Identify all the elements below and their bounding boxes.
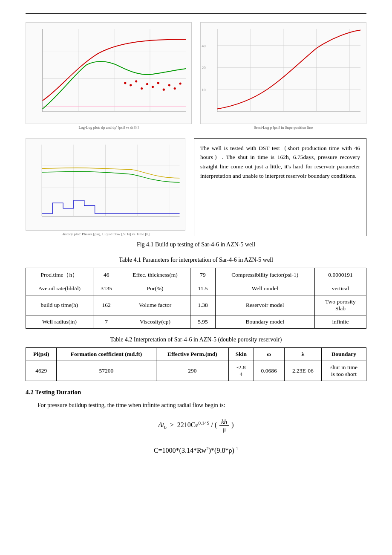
cell: 79 [190,268,215,282]
bottom-figures-row: History plot: Phases [psi], Liquid flow … [26,138,366,236]
cell: Well model [215,282,314,295]
fraction-numerator: kh [219,418,229,426]
formula-fraction: kh μ [219,418,229,433]
cell: Compressibility factor(psi-1) [215,268,314,282]
table-4-2-caption: Table 4.2 Interpretation of Sar-4-6 in A… [26,336,366,343]
svg-point-14 [152,86,154,88]
table-row: build up time(h) 162 Volume factor 1.38 … [26,295,366,315]
cell: Reservoir model [215,295,314,315]
svg-text:10: 10 [202,88,206,92]
cell: Viscosity(cp) [120,315,190,329]
col-header-lambda: λ [284,348,322,361]
figure-semi-log: 40 20 10 [200,22,366,124]
cell: 11.5 [190,282,215,295]
cell: Effec. thickness(m) [120,268,190,282]
svg-point-13 [146,83,148,85]
cell: infinite [314,315,366,329]
cell: 0.0000191 [314,268,366,282]
cell-boundary: shut in timeis too short [322,361,366,381]
table-row: Prod.time（h） 46 Effec. thickness(m) 79 C… [26,268,366,282]
cell-formation: 57200 [57,361,156,381]
table-4-1: Prod.time（h） 46 Effec. thickness(m) 79 C… [26,268,366,329]
fig-4-1-caption: Fig 4.1 Build up testing of Sar-4-6 in A… [26,241,366,248]
svg-point-12 [141,87,143,90]
col-header-formation: Formation coefficient (md.ft) [57,348,156,361]
col-header-boundary: Boundary [322,348,366,361]
svg-point-17 [168,84,170,86]
formula-2: C=1000*(3.14*Rw2)*(9.8*ρ)-1 [154,447,238,454]
table-4-2: Pi(psi) Formation coefficient (md.ft) Ef… [26,347,366,381]
table-row: Ave.oil rate(bbl/d) 3135 Por(%) 11.5 Wel… [26,282,366,295]
cell: 3135 [93,282,120,295]
cell: Boundary model [215,315,314,329]
col-header-skin: Skin [229,348,254,361]
cell: 7 [93,315,120,329]
svg-text:40: 40 [202,44,206,48]
cell: Ave.oil rate(bbl/d) [26,282,93,295]
text-box-content: The well is tested with DST test（short p… [200,145,360,179]
cell: Por(%) [120,282,190,295]
svg-point-16 [163,89,165,91]
cell: Prod.time（h） [26,268,93,282]
table-row: Well radius(in) 7 Viscosity(cp) 5.95 Bou… [26,315,366,329]
cell: 46 [93,268,120,282]
fraction-denominator: μ [221,426,228,433]
cell: Well radius(in) [26,315,93,329]
section-42-para: For pressure buildup testing, the time w… [26,400,366,410]
svg-point-15 [157,82,159,84]
formula-1-block: Δtb > 2210Ce0.14S / ( kh μ ) [26,418,366,433]
cell-perm: 290 [156,361,229,381]
col-header-pi: Pi(psi) [26,348,57,361]
col-header-perm: Effective Perm.(md) [156,348,229,361]
cell-pi: 4629 [26,361,57,381]
text-box-dst: The well is tested with DST test（short p… [194,138,366,236]
fig-label-semi-log: Semi-Log p [psi] in Superposition line [200,125,366,130]
cell: 5.95 [190,315,215,329]
top-figures-row: Log-Log plot: dp and dp' [psi] vs dt [h] [26,22,366,130]
table-4-1-caption: Table 4.1 Parameters for interpretation … [26,257,366,263]
svg-point-11 [135,80,137,82]
cell: 1.38 [190,295,215,315]
formula-1: Δtb > 2210Ce0.14S / ( kh μ ) [158,421,233,428]
cell: build up time(h) [26,295,93,315]
table-header-row: Pi(psi) Formation coefficient (md.ft) Ef… [26,348,366,361]
formula-2-block: C=1000*(3.14*Rw2)*(9.8*ρ)-1 [26,446,366,454]
figure-log-log [26,22,192,124]
svg-point-9 [124,82,126,84]
svg-text:20: 20 [202,66,206,70]
svg-point-19 [179,82,182,84]
svg-rect-0 [26,23,191,123]
cell-lambda: 2.23E-06 [284,361,322,381]
fig-label-history: History plot: Phases [psi], Liquid flow … [26,232,185,236]
top-divider [26,13,366,14]
svg-point-18 [174,87,176,90]
svg-point-10 [130,84,132,86]
cell: Two porositySlab [314,295,366,315]
section-42-heading: 4.2 Testing Duration [26,389,366,396]
cell-skin: -2.84 [229,361,254,381]
cell: Volume factor [120,295,190,315]
cell: 162 [93,295,120,315]
cell-omega: 0.0686 [254,361,284,381]
cell: vertical [314,282,366,295]
fig-label-log-log: Log-Log plot: dp and dp' [psi] vs dt [h] [26,125,192,130]
figure-history [26,138,185,231]
col-header-omega: ω [254,348,284,361]
table-row: 4629 57200 290 -2.84 0.0686 2.23E-06 shu… [26,361,366,381]
